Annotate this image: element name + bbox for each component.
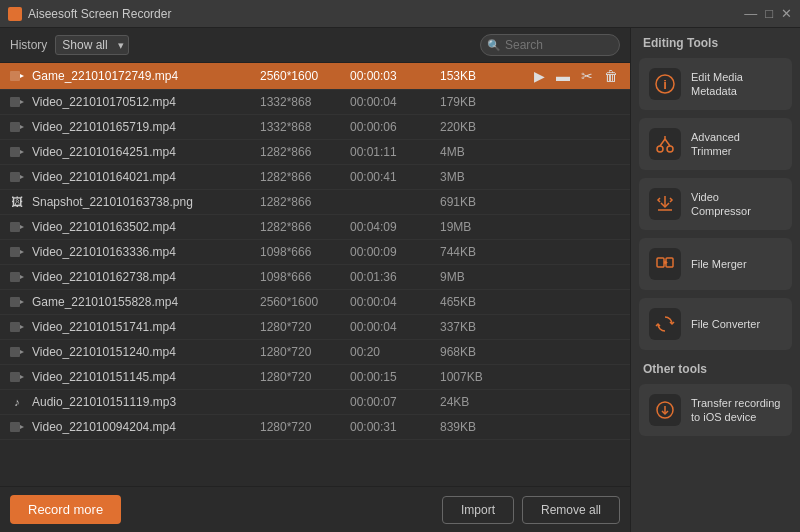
file-meta: 1282*866 691KB: [260, 195, 620, 209]
file-row[interactable]: Video_221010165719.mp4 1332*868 00:00:06…: [0, 115, 630, 140]
file-name: Video_221010094204.mp4: [32, 420, 252, 434]
file-size: 744KB: [440, 245, 510, 259]
file-resolution: 1280*720: [260, 420, 350, 434]
video-compressor-label: VideoCompressor: [691, 190, 751, 219]
svg-marker-1: [20, 74, 24, 78]
file-name: Video_221010162738.mp4: [32, 270, 252, 284]
svg-rect-0: [10, 71, 20, 81]
file-meta: 1098*666 00:00:09 744KB: [260, 245, 620, 259]
file-resolution: 2560*1600: [260, 69, 350, 83]
svg-rect-4: [10, 122, 20, 132]
file-row[interactable]: Game_221010155828.mp4 2560*1600 00:00:04…: [0, 290, 630, 315]
minimize-button[interactable]: —: [744, 6, 757, 21]
file-row[interactable]: Video_221010162738.mp4 1098*666 00:01:36…: [0, 265, 630, 290]
file-list: Game_221010172749.mp4 2560*1600 00:00:03…: [0, 63, 630, 486]
svg-rect-22: [10, 372, 20, 382]
transfer-ios-icon: [649, 394, 681, 426]
file-name: Snapshot_221010163738.png: [32, 195, 252, 209]
tool-file-merger[interactable]: File Merger: [639, 238, 792, 290]
tool-video-compressor[interactable]: VideoCompressor: [639, 178, 792, 230]
history-label: History: [10, 38, 47, 52]
toolbar: History Show all Videos Images Audio 🔍: [0, 28, 630, 63]
svg-line-30: [660, 139, 665, 146]
delete-button[interactable]: 🗑: [602, 68, 620, 84]
left-panel: History Show all Videos Images Audio 🔍: [0, 28, 630, 532]
file-row[interactable]: Video_221010151145.mp4 1280*720 00:00:15…: [0, 365, 630, 390]
tool-advanced-trimmer[interactable]: AdvancedTrimmer: [639, 118, 792, 170]
file-duration: [350, 195, 440, 209]
file-duration: 00:20: [350, 345, 440, 359]
svg-text:i: i: [663, 77, 667, 92]
file-row[interactable]: 🖼 Snapshot_221010163738.png 1282*866 691…: [0, 190, 630, 215]
file-meta: 1282*866 00:04:09 19MB: [260, 220, 620, 234]
tool-file-converter[interactable]: File Converter: [639, 298, 792, 350]
file-row[interactable]: Video_221010164021.mp4 1282*866 00:00:41…: [0, 165, 630, 190]
close-button[interactable]: ✕: [781, 6, 792, 21]
file-size: 1007KB: [440, 370, 510, 384]
tool-edit-metadata[interactable]: i Edit MediaMetadata: [639, 58, 792, 110]
file-duration: 00:00:03: [350, 69, 440, 83]
file-size: 839KB: [440, 420, 510, 434]
svg-rect-16: [10, 297, 20, 307]
svg-marker-21: [20, 350, 24, 354]
import-button[interactable]: Import: [442, 496, 514, 524]
file-name: Game_221010172749.mp4: [32, 69, 252, 83]
svg-marker-13: [20, 250, 24, 254]
file-resolution: 1098*666: [260, 245, 350, 259]
svg-rect-18: [10, 322, 20, 332]
video-file-icon: [10, 295, 24, 309]
file-name: Video_221010163502.mp4: [32, 220, 252, 234]
file-resolution: 1280*720: [260, 370, 350, 384]
file-row[interactable]: Video_221010163336.mp4 1098*666 00:00:09…: [0, 240, 630, 265]
remove-all-button[interactable]: Remove all: [522, 496, 620, 524]
history-select-wrapper[interactable]: Show all Videos Images Audio: [55, 35, 129, 55]
file-size: 4MB: [440, 145, 510, 159]
file-row[interactable]: Video_221010094204.mp4 1280*720 00:00:31…: [0, 415, 630, 440]
advanced-trimmer-icon: [649, 128, 681, 160]
file-name: Audio_221010151119.mp3: [32, 395, 252, 409]
file-meta: 2560*1600 00:00:04 465KB: [260, 295, 620, 309]
maximize-button[interactable]: □: [765, 6, 773, 21]
file-merger-icon: [649, 248, 681, 280]
file-name: Video_221010165719.mp4: [32, 120, 252, 134]
file-name: Video_221010163336.mp4: [32, 245, 252, 259]
record-more-button[interactable]: Record more: [10, 495, 121, 524]
svg-rect-14: [10, 272, 20, 282]
svg-marker-9: [20, 175, 24, 179]
file-duration: 00:00:31: [350, 420, 440, 434]
file-size: 3MB: [440, 170, 510, 184]
file-row[interactable]: ♪ Audio_221010151119.mp3 00:00:07 24KB: [0, 390, 630, 415]
file-duration: 00:00:04: [350, 295, 440, 309]
advanced-trimmer-label: AdvancedTrimmer: [691, 130, 740, 159]
file-row[interactable]: Video_221010151240.mp4 1280*720 00:20 96…: [0, 340, 630, 365]
play-button[interactable]: ▶: [530, 68, 548, 84]
file-resolution: 1332*868: [260, 95, 350, 109]
tool-transfer-ios[interactable]: Transfer recordingto iOS device: [639, 384, 792, 436]
file-meta: 00:00:07 24KB: [260, 395, 620, 409]
svg-rect-10: [10, 222, 20, 232]
video-file-icon: [10, 270, 24, 284]
file-row[interactable]: Game_221010172749.mp4 2560*1600 00:00:03…: [0, 63, 630, 90]
window-controls[interactable]: — □ ✕: [744, 6, 792, 21]
file-name: Video_221010151741.mp4: [32, 320, 252, 334]
file-row[interactable]: Video_221010151741.mp4 1280*720 00:00:04…: [0, 315, 630, 340]
file-duration: 00:00:06: [350, 120, 440, 134]
video-file-icon: [10, 345, 24, 359]
file-row[interactable]: Video_221010170512.mp4 1332*868 00:00:04…: [0, 90, 630, 115]
right-panel: Editing Tools i Edit MediaMetadata: [630, 28, 800, 532]
file-name: Video_221010151145.mp4: [32, 370, 252, 384]
search-input[interactable]: [480, 34, 620, 56]
folder-button[interactable]: ▬: [554, 68, 572, 84]
file-row[interactable]: Video_221010163502.mp4 1282*866 00:04:09…: [0, 215, 630, 240]
file-duration: 00:00:15: [350, 370, 440, 384]
history-select[interactable]: Show all Videos Images Audio: [55, 35, 129, 55]
file-duration: 00:04:09: [350, 220, 440, 234]
file-duration: 00:01:36: [350, 270, 440, 284]
file-duration: 00:00:07: [350, 395, 440, 409]
file-resolution: 1280*720: [260, 320, 350, 334]
file-resolution: 1282*866: [260, 145, 350, 159]
file-row[interactable]: Video_221010164251.mp4 1282*866 00:01:11…: [0, 140, 630, 165]
file-duration: 00:00:41: [350, 170, 440, 184]
file-size: 179KB: [440, 95, 510, 109]
trim-button[interactable]: ✂: [578, 68, 596, 84]
